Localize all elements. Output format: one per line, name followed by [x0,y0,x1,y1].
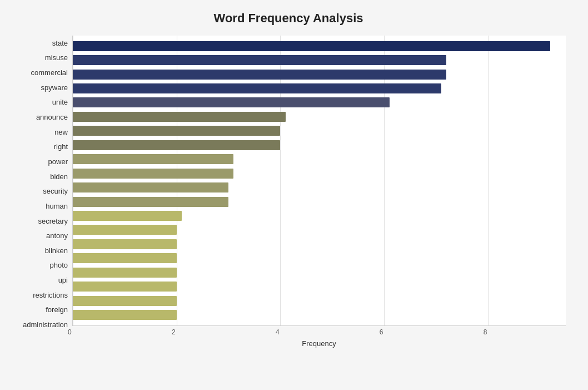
bar [73,41,550,51]
bar-row [73,238,566,250]
y-label: restrictions [33,292,68,299]
y-label: new [54,129,68,136]
bar [73,225,177,235]
bar [73,112,286,122]
bars-and-x: 02468 Frequency [72,36,566,348]
y-label: right [54,143,68,150]
y-label: human [46,203,68,210]
bar [73,126,280,136]
bar-row [73,68,566,81]
bar [73,70,446,80]
y-label: secretary [38,218,68,225]
bar-row [73,181,566,194]
bar [73,310,177,320]
bar [73,140,280,150]
bar [73,169,233,179]
bar-row [73,82,566,95]
y-label: upi [58,277,68,284]
bar [73,197,228,207]
y-label: foreign [46,306,68,313]
bar-row [73,40,566,52]
bar [73,55,446,65]
y-label: antony [46,232,68,239]
y-label: biden [50,173,68,180]
bar-row [73,266,566,279]
x-tick: 0 [68,328,72,336]
x-tick: 4 [276,328,280,336]
x-axis-label: Frequency [72,339,566,348]
y-label: state [52,40,68,47]
bar-row [73,54,566,66]
bar-row [73,252,566,264]
bar [73,268,177,278]
bar-row [73,210,566,222]
bar [73,154,233,164]
bar-row [73,125,566,137]
bar-row [73,280,566,293]
x-axis: 02468 [72,326,566,337]
bar-row [73,111,566,123]
bar [73,296,177,306]
chart-title: Word Frequency Analysis [11,11,566,26]
bar-row [73,224,566,236]
y-label: administration [23,321,68,328]
y-label: security [43,187,68,195]
bars-area [72,36,566,326]
bar-row [73,295,566,307]
bar [73,282,177,292]
bar [73,239,177,249]
bar-row [73,167,566,180]
y-labels: statemisusecommercialspywareuniteannounc… [11,36,72,348]
bar [73,253,177,263]
bar-row [73,96,566,108]
x-tick: 2 [172,328,176,336]
y-label: blinken [45,247,68,254]
y-label: misuse [45,54,68,61]
x-tick: 8 [484,328,487,336]
bar-row [73,153,566,165]
y-label: power [48,158,68,165]
y-label: photo [49,261,68,269]
y-label: spyware [41,84,68,91]
bar-row [73,309,566,321]
chart-area: statemisusecommercialspywareuniteannounc… [11,36,566,348]
y-label: announce [36,113,68,121]
bars-wrapper [73,36,566,325]
bar [73,182,228,192]
chart-container: Word Frequency Analysis statemisusecomme… [0,0,588,390]
bar [73,97,390,107]
y-label: commercial [31,69,68,76]
bar [73,211,182,221]
bar-row [73,139,566,151]
y-label: unite [52,98,68,106]
x-tick: 6 [380,328,383,336]
bar-row [73,196,566,208]
bar [73,83,441,93]
